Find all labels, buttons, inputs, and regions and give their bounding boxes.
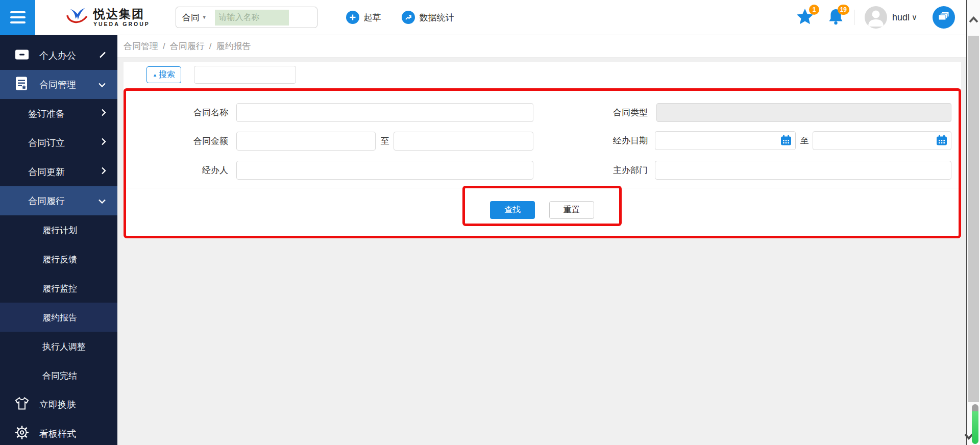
handle-date-start-input[interactable] [655,131,796,150]
quick-search-box: 合同 ▼ [176,7,317,28]
brand-subname: YUEDA GROUP [93,21,150,27]
quick-search-input[interactable] [215,10,289,26]
handle-date-start-field [655,131,796,150]
sidebar-item-board-style[interactable]: 看板样式 [0,419,117,445]
sidebar-item-change-skin[interactable]: 立即换肤 [0,390,117,419]
sidebar-item-contract-update[interactable]: 合同更新 [0,157,117,186]
avatar[interactable] [865,6,887,29]
draft-button[interactable]: 起草 [346,11,381,24]
chevron-down-icon: ▼ [202,15,207,20]
briefcase-icon [15,48,29,63]
scrollbar-thumb[interactable] [968,36,979,402]
search-keyword-input[interactable] [194,66,296,84]
search-panel: ▲ 搜索 合同名称 合同类型 合同金额 至 经办日期 至 [124,62,961,238]
scroll-indicator [972,411,978,444]
brand-name: 悦达集团 [93,8,150,20]
gear-icon [15,425,29,442]
contract-type-label: 合同类型 [542,103,648,122]
sidebar: 个人办公 合同管理 签订准备 合同订立 [0,35,117,445]
quick-search-category[interactable]: 合同 ▼ [182,12,207,23]
notifications-badge: 19 [838,5,849,15]
multi-window-button[interactable] [933,6,955,29]
chart-icon [402,11,415,24]
brand-logo-icon [65,5,88,30]
chevron-down-icon [98,195,106,206]
header-divider [854,10,854,25]
user-menu[interactable]: hudl ∨ [892,12,917,23]
breadcrumb-separator: / [209,41,212,52]
department-label: 主办部门 [542,161,648,180]
breadcrumb: 合同管理 / 合同履行 / 履约报告 [117,35,966,58]
notifications-button[interactable]: 19 [828,8,844,27]
sidebar-item-contract-management[interactable]: 合同管理 [0,70,117,99]
contract-document-icon [15,76,28,93]
favorites-button[interactable]: 1 [796,8,814,27]
contract-amount-min-input[interactable] [236,132,376,151]
sidebar-item-contract-establishment[interactable]: 合同订立 [0,128,117,157]
calendar-icon[interactable] [780,135,792,146]
date-to-label: 至 [798,131,811,150]
amount-to-label: 至 [379,132,391,151]
sidebar-item-contract-completion[interactable]: 合同完结 [0,361,117,390]
calendar-icon[interactable] [936,135,947,146]
top-header: 悦达集团 YUEDA GROUP 合同 ▼ 起草 数据统计 [0,0,966,35]
chevron-down-icon: ∨ [912,13,917,22]
contract-name-label: 合同名称 [124,103,228,122]
sidebar-item-signing-preparation[interactable]: 签订准备 [0,99,117,128]
plus-icon [346,11,359,24]
brand-logo: 悦达集团 YUEDA GROUP [65,5,150,30]
tshirt-icon [15,397,29,412]
contract-name-input[interactable] [236,103,533,122]
sidebar-item-performance-report[interactable]: 履约报告 [0,303,117,332]
handle-date-end-input[interactable] [813,131,951,150]
chevron-right-icon [101,137,106,148]
favorites-badge: 1 [809,5,819,15]
sidebar-item-executor-adjustment[interactable]: 执行人调整 [0,332,117,361]
department-input[interactable] [655,161,951,180]
search-collapse-button[interactable]: ▲ 搜索 [146,66,181,83]
statistics-label: 数据统计 [420,12,454,23]
handler-label: 经办人 [124,161,228,180]
username: hudl [892,12,910,23]
bell-icon [828,18,844,27]
breadcrumb-item[interactable]: 合同履行 [170,40,205,52]
layers-icon [937,10,950,25]
sidebar-item-performance-feedback[interactable]: 履行反馈 [0,244,117,274]
find-button[interactable]: 查找 [490,201,535,219]
contract-amount-max-input[interactable] [394,132,533,151]
menu-toggle-button[interactable] [0,0,35,35]
triangle-up-icon: ▲ [153,72,157,78]
breadcrumb-item-current: 履约报告 [216,40,251,52]
chevron-right-icon [101,108,106,119]
sidebar-item-personal-office[interactable]: 个人办公 [0,41,117,70]
contract-amount-label: 合同金额 [124,132,228,151]
handle-date-label: 经办日期 [542,131,648,150]
panel-divider [124,188,961,188]
sidebar-item-performance-plan[interactable]: 履行计划 [0,215,117,244]
chevron-down-icon [98,79,106,90]
breadcrumb-separator: / [163,41,165,52]
breadcrumb-item[interactable]: 合同管理 [124,40,158,52]
chevron-right-icon [101,166,106,177]
handle-date-end-field [813,131,951,150]
draft-label: 起草 [364,12,381,23]
scroll-up-button[interactable] [968,16,979,26]
statistics-button[interactable]: 数据统计 [402,11,454,24]
sidebar-item-contract-performance[interactable]: 合同履行 [0,186,117,215]
slash-icon [99,50,106,61]
reset-button[interactable]: 重置 [549,201,594,219]
star-icon [796,18,814,27]
sidebar-item-performance-monitoring[interactable]: 履行监控 [0,274,117,303]
contract-type-input [656,103,951,122]
scrollbar-track[interactable] [966,0,980,445]
handler-input[interactable] [236,161,533,180]
